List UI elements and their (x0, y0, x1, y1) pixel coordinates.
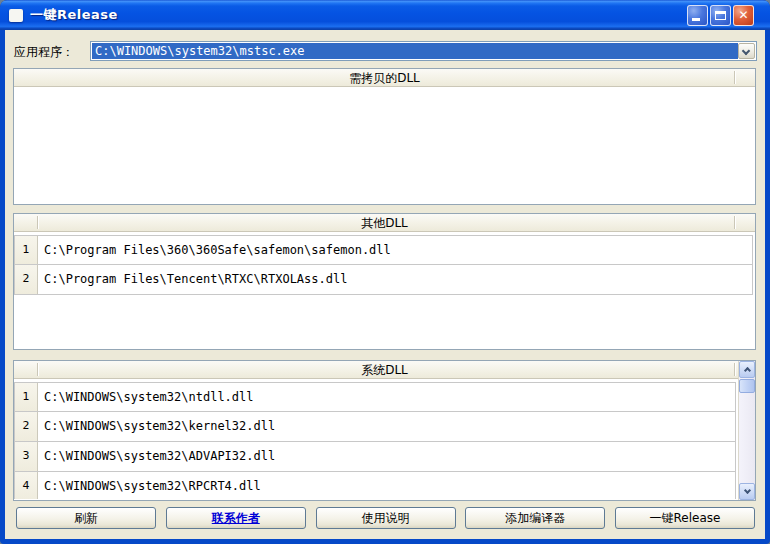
app-path-value: C:\WINDOWS\system32\mstsc.exe (92, 43, 738, 59)
system-dll-rows: 1C:\WINDOWS\system32\ntdll.dll2C:\WINDOW… (14, 380, 736, 499)
title-bar[interactable]: 一键Release ✕ (0, 0, 770, 30)
combo-dropdown-button[interactable] (738, 43, 755, 59)
dll-row[interactable]: 3C:\WINDOWS\system32\ADVAPI32.dll (14, 442, 736, 472)
maximize-button[interactable] (710, 5, 731, 26)
row-number: 2 (15, 412, 38, 441)
dll-path: C:\WINDOWS\system32\ADVAPI32.dll (38, 442, 735, 471)
scroll-up-button[interactable] (739, 361, 755, 378)
maximize-icon (715, 11, 726, 20)
header-divider (734, 71, 735, 84)
row-number: 4 (15, 472, 38, 499)
minimize-button[interactable] (687, 5, 708, 26)
dll-row[interactable]: 1C:\Program Files\360\360Safe\safemon\sa… (14, 235, 753, 265)
dll-path: C:\Program Files\Tencent\RTXC\RTXOLAss.d… (38, 265, 752, 294)
app-icon (9, 9, 23, 22)
footer-button-bar: 刷新联系作者使用说明添加编译器一键Release (16, 507, 755, 529)
copy-dll-rows (14, 88, 753, 203)
dll-row[interactable]: 2C:\WINDOWS\system32\kernel32.dll (14, 412, 736, 442)
dll-row[interactable]: 1C:\WINDOWS\system32\ntdll.dll (14, 382, 736, 412)
dialog-body: 应用程序： C:\WINDOWS\system32\mstsc.exe 需拷贝的… (5, 30, 765, 539)
chevron-down-icon (744, 487, 751, 494)
vertical-scrollbar[interactable] (738, 361, 755, 500)
refresh-button[interactable]: 刷新 (16, 507, 156, 529)
one-click-release-button[interactable]: 一键Release (615, 507, 755, 529)
other-dll-rows: 1C:\Program Files\360\360Safe\safemon\sa… (14, 233, 753, 348)
copy-dll-list[interactable]: 需拷贝的DLL (13, 68, 756, 205)
chevron-up-icon (744, 367, 751, 374)
app-path-label: 应用程序： (14, 44, 74, 61)
row-number: 3 (15, 442, 38, 471)
close-button[interactable]: ✕ (733, 5, 754, 26)
add-compiler-button[interactable]: 添加编译器 (465, 507, 605, 529)
dll-row[interactable]: 2C:\Program Files\Tencent\RTXC\RTXOLAss.… (14, 265, 753, 295)
dll-path: C:\WINDOWS\system32\ntdll.dll (38, 383, 735, 411)
usage-help-button[interactable]: 使用说明 (316, 507, 456, 529)
scrollbar-thumb[interactable] (739, 379, 755, 393)
dll-row[interactable]: 4C:\WINDOWS\system32\RPCRT4.dll (14, 472, 736, 499)
copy-dll-title: 需拷贝的DLL (349, 71, 420, 85)
contact-author-link[interactable]: 联系作者 (166, 507, 306, 529)
window-controls: ✕ (687, 5, 754, 26)
close-icon: ✕ (734, 8, 753, 22)
system-dll-title: 系统DLL (361, 363, 408, 377)
chevron-down-icon (742, 47, 750, 55)
other-dll-title: 其他DLL (361, 216, 408, 230)
header-divider (37, 363, 38, 376)
dll-path: C:\WINDOWS\system32\RPCRT4.dll (38, 472, 735, 499)
scroll-down-button[interactable] (739, 483, 755, 500)
row-number: 2 (15, 265, 38, 294)
dll-path: C:\WINDOWS\system32\kernel32.dll (38, 412, 735, 441)
system-dll-list[interactable]: 系统DLL 1C:\WINDOWS\system32\ntdll.dll2C:\… (13, 360, 756, 501)
header-divider (734, 363, 735, 376)
header-divider (37, 216, 38, 229)
row-number: 1 (15, 236, 38, 264)
minimize-icon (692, 18, 700, 21)
other-dll-list[interactable]: 其他DLL 1C:\Program Files\360\360Safe\safe… (13, 213, 756, 350)
other-dll-header: 其他DLL (14, 214, 755, 232)
dll-path: C:\Program Files\360\360Safe\safemon\saf… (38, 236, 752, 264)
system-dll-header: 系统DLL (14, 361, 755, 379)
app-window: 一键Release ✕ 应用程序： C:\WINDOWS\system32\ms… (0, 0, 770, 544)
window-title: 一键Release (30, 6, 118, 24)
copy-dll-header: 需拷贝的DLL (14, 69, 755, 87)
app-path-combobox[interactable]: C:\WINDOWS\system32\mstsc.exe (90, 41, 757, 61)
row-number: 1 (15, 383, 38, 411)
header-divider (734, 216, 735, 229)
